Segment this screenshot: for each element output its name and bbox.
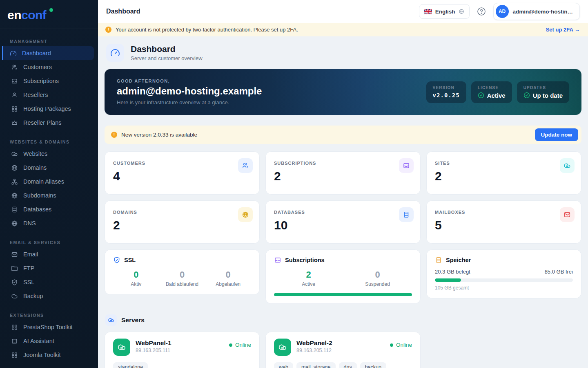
nav-section-management: MANAGEMENT <box>0 39 98 46</box>
sidebar-item-backup[interactable]: Backup <box>0 289 94 303</box>
sidebar-item-databases[interactable]: Databases <box>0 202 94 216</box>
sidebar-item-label: Backup <box>23 293 43 299</box>
server-cloud-icon <box>113 339 130 356</box>
language-selector[interactable]: English <box>419 4 470 19</box>
server-status: Online <box>229 342 251 348</box>
sidebar-item-joomla-toolkit[interactable]: Joomla Toolkit <box>0 348 94 362</box>
sidebar-item-label: Databases <box>23 206 51 213</box>
sidebar-item-ssl[interactable]: SSL <box>0 275 94 289</box>
server-status-label: Online <box>235 342 251 348</box>
server-card-webpanel-1[interactable]: WebPanel-1 89.163.205.111 Online standal… <box>105 332 260 368</box>
servers-header: Servers <box>105 314 581 326</box>
sidebar-item-label: Websites <box>23 150 47 157</box>
sidebar-item-label: Subdomains <box>23 192 56 199</box>
sidebar-item-prestashop-toolkit[interactable]: PrestaShop Toolkit <box>0 320 94 334</box>
bot-icon <box>11 338 18 345</box>
server-tag: web <box>274 362 293 368</box>
ssl-card: SSL 0 Aktiv 0 Bald ablaufend 0 Abgelaufe… <box>105 249 260 295</box>
storage-used: 20.3 GB belegt <box>435 269 470 275</box>
globe-icon <box>11 192 18 199</box>
sidebar-item-label: FTP <box>23 265 34 272</box>
mail-icon <box>560 207 575 222</box>
database-icon <box>11 206 18 213</box>
help-button[interactable] <box>474 4 488 18</box>
version-pill: VERSION v2.0.25 <box>426 81 466 103</box>
ssl-expired-label: Abgelaufen <box>205 281 251 287</box>
server-tag: backup <box>360 362 386 368</box>
hero-greeting: GOOD AFTERNOON, <box>117 79 262 83</box>
online-dot-icon <box>390 343 393 347</box>
sidebar-item-subdomains[interactable]: Subdomains <box>0 188 94 202</box>
license-pill: LICENSE Active <box>471 81 512 103</box>
sidebar-item-domain-aliases[interactable]: Domain Aliases <box>0 175 94 188</box>
sidebar-item-email[interactable]: Email <box>0 247 94 261</box>
updates-value: Up to date <box>533 92 563 99</box>
sidebar-item-label: Hosting Packages <box>23 105 71 112</box>
sidebar-item-reseller-plans[interactable]: Reseller Plans <box>0 116 94 130</box>
server-tag: dns <box>339 362 357 368</box>
sidebar-item-label: Customers <box>23 64 52 70</box>
stat-label: DOMAINS <box>113 210 251 215</box>
stat-label: DATABASES <box>274 210 412 215</box>
user-menu[interactable]: AD admin@demo-hostin… <box>493 3 580 20</box>
ssl-active-value: 0 <box>113 269 159 280</box>
users-icon <box>238 158 253 173</box>
subs-suspended-label: Suspended <box>343 281 412 287</box>
shield-check-icon <box>11 279 18 286</box>
check-circle-icon <box>478 92 484 99</box>
sidebar-item-dns[interactable]: DNS <box>0 216 94 230</box>
sidebar-item-customers[interactable]: Customers <box>0 60 94 74</box>
stat-label: SUBSCRIPTIONS <box>274 161 412 166</box>
sidebar-item-label: SSL <box>23 279 34 285</box>
storage-card: Speicher 20.3 GB belegt 85.0 GB frei 105… <box>426 249 581 298</box>
stat-value: 2 <box>435 169 573 183</box>
update-text: New version 2.0.33 is available <box>121 132 197 138</box>
sidebar-item-resellers[interactable]: Resellers <box>0 88 94 102</box>
two-factor-banner: ! Your account is not protected by two-f… <box>98 23 588 36</box>
globe-icon <box>11 220 18 227</box>
brand-name-secondary: conf <box>21 8 46 22</box>
server-card-webpanel-2[interactable]: WebPanel-2 89.163.205.112 Online web mai… <box>265 332 421 368</box>
globe-icon <box>238 207 253 222</box>
subscriptions-card-title: Subscriptions <box>285 257 325 263</box>
server-name: WebPanel-1 <box>136 339 172 347</box>
grid-icon <box>11 352 18 359</box>
ssl-expiring-value: 0 <box>159 269 205 280</box>
setup-2fa-link[interactable]: Set up 2FA → <box>546 27 580 33</box>
subs-suspended-value: 0 <box>343 269 412 280</box>
topbar-title: Dashboard <box>106 8 140 15</box>
sidebar-item-label: Reseller Plans <box>23 119 62 126</box>
stat-label: MAILBOXES <box>435 210 573 215</box>
page-title: Dashboard <box>131 44 203 54</box>
sidebar-item-subscriptions[interactable]: Subscriptions <box>0 74 94 88</box>
server-cloud-icon <box>274 339 291 356</box>
storage-card-title: Speicher <box>446 257 471 263</box>
user-icon <box>11 92 18 99</box>
sidebar-item-hosting-packages[interactable]: Hosting Packages <box>0 102 94 116</box>
sidebar-item-label: Email <box>23 251 38 258</box>
page-subtitle: Server and customer overview <box>131 55 203 61</box>
version-value: v2.0.25 <box>433 92 460 99</box>
shield-check-icon <box>113 256 120 264</box>
sitemap-icon <box>11 178 18 185</box>
grid-icon <box>11 324 18 331</box>
server-status: Online <box>390 342 412 348</box>
inbox-icon <box>274 256 281 264</box>
sidebar-item-websites[interactable]: Websites <box>0 147 94 161</box>
sidebar-item-label: Resellers <box>23 92 48 98</box>
folder-icon <box>11 265 18 272</box>
stat-card-mailboxes: MAILBOXES 5 <box>426 200 581 244</box>
sidebar-item-domains[interactable]: Domains <box>0 161 94 175</box>
ssl-active-label: Aktiv <box>113 281 159 287</box>
warning-icon: ! <box>111 132 117 138</box>
main-area: Dashboard English AD admin@demo-hostin… … <box>98 0 588 368</box>
sidebar-item-dashboard[interactable]: Dashboard <box>2 46 94 60</box>
update-now-button[interactable]: Update now <box>535 128 579 141</box>
sidebar-item-ftp[interactable]: FTP <box>0 261 94 275</box>
brand-logo: enconf <box>0 0 98 29</box>
subscriptions-progress-bar <box>274 293 412 296</box>
stat-value: 4 <box>113 169 251 183</box>
sidebar-item-ai-assistant[interactable]: AI Assistant <box>0 334 94 348</box>
globe-icon <box>11 164 18 171</box>
nav-section-extensions: EXTENSIONS <box>0 313 98 320</box>
